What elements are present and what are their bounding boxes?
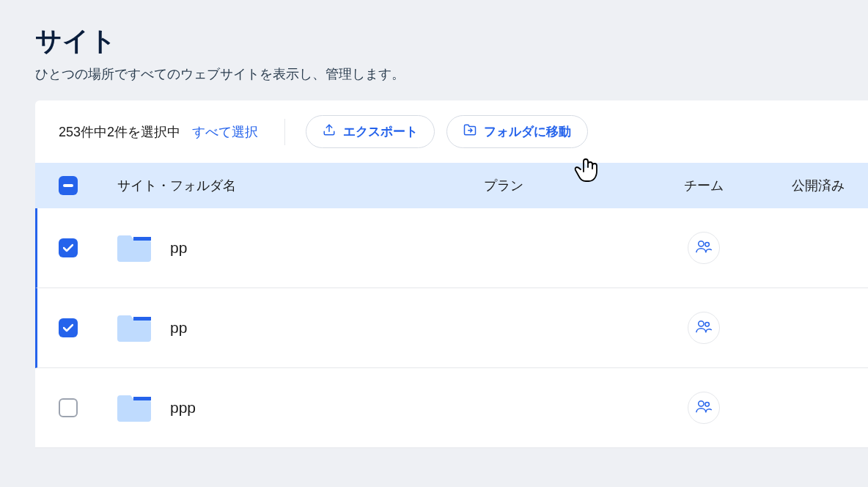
svg-rect-2	[63, 184, 73, 187]
select-all-link[interactable]: すべて選択	[192, 123, 258, 141]
row-checkbox[interactable]	[59, 398, 78, 417]
team-icon	[696, 399, 712, 417]
item-name: pp	[170, 319, 187, 337]
table-row[interactable]: pp	[35, 288, 868, 368]
item-name: ppp	[170, 399, 196, 417]
export-button[interactable]: エクスポート	[306, 115, 435, 148]
svg-point-4	[699, 241, 704, 246]
table-header: サイト・フォルダ名 プラン チーム 公開済み	[35, 163, 868, 208]
svg-rect-6	[133, 317, 151, 321]
row-checkbox[interactable]	[59, 318, 78, 337]
move-to-folder-button[interactable]: フォルダに移動	[446, 115, 588, 148]
item-name: pp	[170, 239, 187, 257]
select-all-checkbox[interactable]	[59, 176, 78, 195]
sites-panel: 253件中2件を選択中 すべて選択 エクスポート フォルダに移動	[35, 100, 868, 448]
selection-count: 253件中2件を選択中	[59, 123, 180, 141]
page-header: サイト ひとつの場所ですべてのウェブサイトを表示し、管理します。	[0, 0, 868, 100]
column-header-plan[interactable]: プラン	[484, 177, 630, 194]
row-checkbox[interactable]	[59, 238, 78, 257]
svg-point-5	[705, 243, 710, 247]
table-row[interactable]: pp	[35, 208, 868, 288]
svg-rect-9	[133, 397, 151, 400]
svg-point-8	[705, 323, 710, 327]
column-header-published[interactable]: 公開済み	[777, 177, 845, 194]
folder-move-icon	[463, 123, 477, 140]
svg-point-7	[699, 321, 704, 326]
table-row[interactable]: ppp	[35, 368, 868, 448]
page-title: サイト	[35, 23, 833, 59]
move-to-folder-button-label: フォルダに移動	[484, 123, 571, 140]
toolbar-divider	[284, 119, 285, 145]
team-icon	[696, 239, 712, 257]
column-header-name[interactable]: サイト・フォルダ名	[117, 177, 484, 194]
column-header-team[interactable]: チーム	[630, 177, 777, 194]
page-subtitle: ひとつの場所ですべてのウェブサイトを表示し、管理します。	[35, 65, 833, 83]
svg-point-11	[705, 403, 710, 407]
team-icon	[696, 319, 712, 337]
selection-toolbar: 253件中2件を選択中 すべて選択 エクスポート フォルダに移動	[35, 100, 868, 163]
svg-point-10	[699, 401, 704, 406]
team-button[interactable]	[688, 392, 720, 424]
team-button[interactable]	[688, 312, 720, 344]
folder-icon	[117, 314, 151, 342]
folder-icon	[117, 394, 151, 422]
export-icon	[323, 123, 336, 140]
svg-rect-3	[133, 237, 151, 241]
folder-icon	[117, 234, 151, 262]
export-button-label: エクスポート	[343, 123, 418, 140]
team-button[interactable]	[688, 232, 720, 264]
